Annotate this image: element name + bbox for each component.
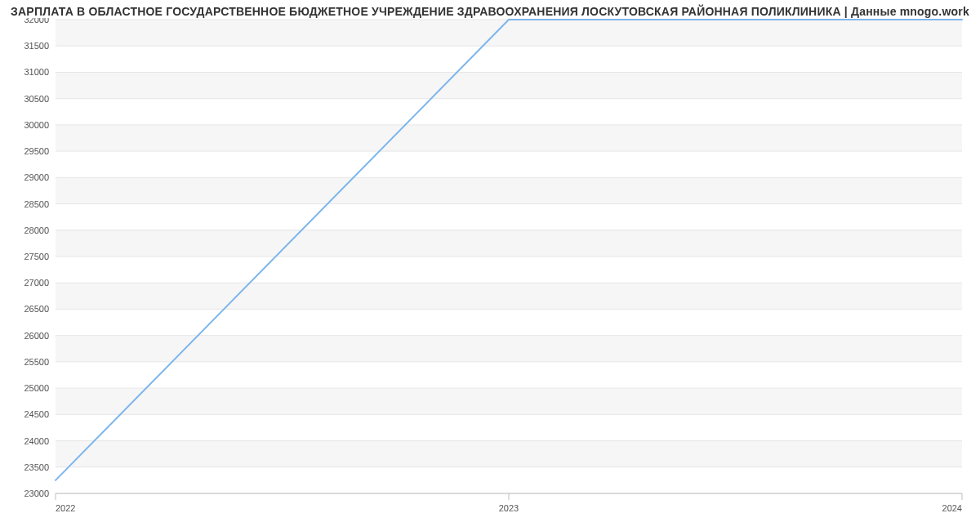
- y-tick-label: 25500: [24, 357, 49, 367]
- y-tick-label: 23500: [24, 462, 49, 472]
- y-tick-label: 23000: [24, 489, 49, 498]
- y-tick-label: 28500: [24, 199, 49, 209]
- grid-band: [56, 177, 962, 203]
- grid-band: [56, 283, 962, 309]
- y-tick-label: 28000: [24, 225, 49, 235]
- y-tick-label: 27500: [24, 252, 49, 261]
- y-tick-label: 32000: [24, 18, 49, 25]
- grid-band: [56, 230, 962, 257]
- x-tick-label: 2024: [942, 503, 962, 513]
- grid-band: [56, 441, 962, 467]
- y-tick-label: 29000: [24, 172, 49, 182]
- chart-container: ЗАРПЛАТА В ОБЛАСТНОЕ ГОСУДАРСТВЕННОЕ БЮД…: [0, 0, 980, 531]
- y-tick-label: 26500: [24, 304, 49, 314]
- grid-band: [56, 72, 962, 98]
- y-tick-label: 25000: [24, 383, 49, 393]
- y-tick-label: 30500: [24, 94, 49, 104]
- y-tick-label: 31000: [24, 67, 49, 77]
- x-tick-label: 2023: [499, 503, 519, 513]
- grid-band: [56, 336, 962, 362]
- y-tick-label: 30000: [24, 120, 49, 130]
- plot-area: 2022202320242300023500240002450025000255…: [15, 18, 921, 492]
- y-tick-label: 31500: [24, 41, 49, 51]
- y-tick-label: 29500: [24, 146, 49, 156]
- y-tick-label: 27000: [24, 278, 49, 288]
- chart-svg: 2022202320242300023500240002450025000255…: [15, 18, 970, 524]
- grid-band: [56, 20, 962, 46]
- grid-band: [56, 388, 962, 414]
- chart-title: ЗАРПЛАТА В ОБЛАСТНОЕ ГОСУДАРСТВЕННОЕ БЮД…: [0, 5, 980, 18]
- grid-band: [56, 125, 962, 151]
- y-tick-label: 24500: [24, 409, 49, 419]
- y-tick-label: 24000: [24, 436, 49, 446]
- x-tick-label: 2022: [56, 503, 75, 513]
- y-tick-label: 26000: [24, 331, 49, 341]
